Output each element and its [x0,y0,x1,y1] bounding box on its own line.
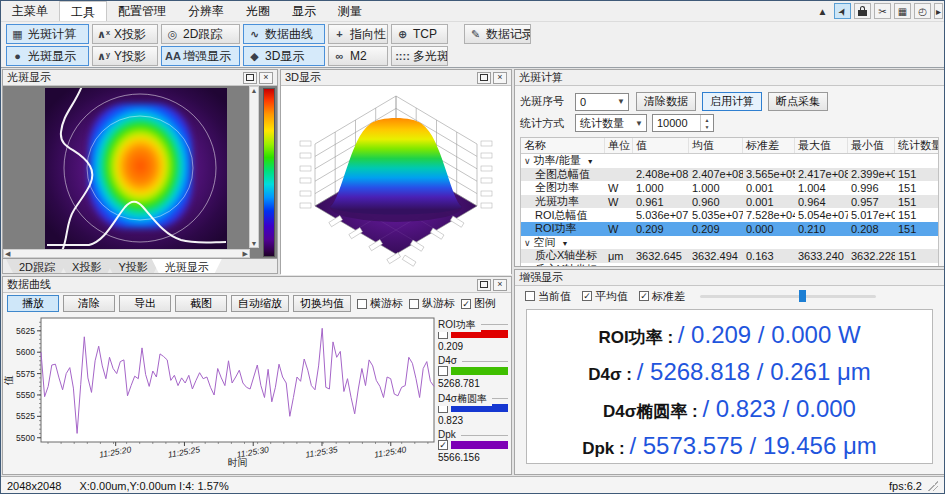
table-group-row[interactable]: ∨空间▼ [521,236,938,250]
toolbar-button-globe[interactable]: ⊕TCP [391,24,448,44]
lock-button[interactable] [854,3,871,19]
close-button[interactable]: × [493,279,507,291]
menu-item-2[interactable]: 工具 [59,1,107,21]
table-row[interactable]: 质心X轴坐标μm3632.6453632.4940.1633633.240363… [521,249,938,263]
scissors-button[interactable]: ✂ [874,3,891,19]
chevron-down-icon: ▼ [614,97,628,106]
beam-calc-panel: 光斑计算 光斑序号 0 ▼ 清除数据启用计算断点采集 统计方式 统计数量 ▼ [514,69,945,267]
curve-button-1[interactable]: 播放 [7,295,59,312]
horizontal-scrollbar[interactable]: ◀▶ [3,249,250,258]
legend-checkbox[interactable]: ✓ [438,440,448,450]
gauge-button[interactable]: ◴ [914,3,931,19]
toolbar-button-projection-y[interactable]: ∧ʸY投影 [92,46,158,66]
restore-button[interactable] [243,72,257,84]
close-button[interactable]: × [259,72,273,84]
curve-button-2[interactable]: 清除 [63,295,115,312]
curve-option-1-checkbox[interactable]: 横游标 [357,296,403,311]
slider-handle[interactable] [799,290,806,302]
toolbar-button-3d-display[interactable]: ◆3D显示 [243,46,325,66]
menu-item-4[interactable]: 分辨率 [177,1,235,21]
table-row[interactable]: 全图功率W1.0001.0000.0011.0040.996151 [521,181,938,195]
enhanced-option-1-checkbox[interactable]: 当前值 [525,289,571,304]
restore-button[interactable] [477,72,491,84]
beam-image[interactable] [45,88,227,251]
tab-3[interactable]: Y投影 [105,259,160,273]
resize-grip[interactable] [928,481,938,491]
check-icon: ✓ [583,291,591,301]
stat-count-spinner[interactable]: 10000 ▲▼ [652,114,714,132]
menu-item-1[interactable]: 主菜单 [1,1,59,21]
3d-viewport[interactable] [281,86,511,275]
enhanced-value-label: Dpk : [582,439,629,458]
menu-item-5[interactable]: 光圈 [235,1,281,21]
column-header[interactable]: 最小值 [848,138,895,153]
enhanced-option-2-checkbox[interactable]: ✓平均值 [582,289,628,304]
menu-item-3[interactable]: 配置管理 [107,1,177,21]
enhanced-option-3-checkbox[interactable]: ✓标准差 [639,289,685,304]
table-cell: 151 [895,196,939,208]
table-row[interactable]: 光斑功率W0.9610.9600.0010.9640.957151 [521,195,938,209]
curve-button-6[interactable]: 切换均值 [293,295,351,312]
column-header[interactable]: 最大值 [795,138,848,153]
curve-button-5[interactable]: 自动缩放 [231,295,289,312]
cursor-readout: X:0.00um,Y:0.00um I:4: 1.57% [79,480,228,492]
toolbar-button-beam-display[interactable]: ●光斑显示 [6,46,89,66]
column-header[interactable]: 均值 [689,138,743,153]
group-dropdown-icon[interactable]: ▼ [587,158,594,165]
spinner-arrows-icon[interactable]: ▲▼ [700,115,713,131]
table-row[interactable]: 质心Y轴坐标μm3291.6323291.2830.3473291.769328… [521,263,938,266]
toolbar-button-calculator[interactable]: ▦光斑计算 [6,24,89,44]
toolbar-button-m2[interactable]: ∞M2 [328,46,388,66]
calc-button-3[interactable]: 断点采集 [768,92,828,111]
close-button[interactable]: × [493,72,507,84]
enhanced-display-panel: 增强显示 当前值✓平均值✓标准差 ROI功率 : / 0.209 / 0.000… [514,269,945,475]
legend-checkbox[interactable] [438,366,448,376]
table-row[interactable]: ROI总幅值5.036e+075.035e+077.528e+045.054e+… [521,208,938,222]
toolbar-button-record[interactable]: ✎数据记录 [464,24,531,44]
group-collapse-icon[interactable]: ∨ [524,156,531,166]
close-icon: × [497,73,502,82]
calc-button-1[interactable]: 清除数据 [636,92,696,111]
curve-button-3[interactable]: 导出 [119,295,171,312]
toolbar-button-projection-x[interactable]: ∧ˣX投影 [92,24,158,44]
tab-4[interactable]: 光斑显示 [152,259,222,273]
tab-2[interactable]: X投影 [59,259,114,273]
x-tick-label: 11:25:25 [167,444,201,460]
column-header[interactable]: 单位 [605,138,633,153]
calc-button-2[interactable]: 启用计算 [702,92,762,111]
curve-option-3-checkbox[interactable]: ✓图例 [461,296,496,311]
table-row[interactable]: ROI功率W0.2090.2090.0000.2100.208151 [521,222,938,236]
toolbar-button-enhanced-display[interactable]: AA增强显示 [161,46,240,66]
overflow-button[interactable]: ▸ [934,3,943,19]
curve-option-2-checkbox[interactable]: 纵游标 [409,296,455,311]
vertical-scrollbar[interactable]: ▲▼ [249,86,259,248]
toolbar-button-data-curve[interactable]: ∿数据曲线 [243,24,325,44]
table-group-row[interactable]: ∨功率/能量▼ [521,154,938,168]
menu-item-6[interactable]: 显示 [281,1,327,21]
toolbar-button-pointing[interactable]: +指向性 [328,24,388,44]
std-dev-slider[interactable] [700,289,876,303]
beam-seq-select[interactable]: 0 ▼ [575,93,629,111]
group-dropdown-icon[interactable]: ▼ [562,240,569,247]
curve-button-4[interactable]: 截图 [175,295,227,312]
resolution-readout: 2048x2048 [7,480,61,492]
collapse-button[interactable]: ▲ [814,3,831,19]
pin-button[interactable]: ➤ [834,3,851,19]
stat-mode-select[interactable]: 统计数量 ▼ [575,114,647,132]
table-row[interactable]: 全图总幅值2.408e+082.407e+083.565e+052.417e+0… [521,168,938,182]
calc-body: 光斑序号 0 ▼ 清除数据启用计算断点采集 统计方式 统计数量 ▼ 10000 [515,86,944,266]
column-header[interactable]: 统计数量 [895,138,939,153]
group-collapse-icon[interactable]: ∨ [524,238,531,248]
restore-button[interactable] [477,279,491,291]
legend-item-label: ROI功率 [438,318,481,332]
menu-item-7[interactable]: 测量 [327,1,373,21]
column-header[interactable]: 值 [633,138,689,153]
tab-1[interactable]: 2D跟踪 [6,259,68,273]
toolbar-button-tracking[interactable]: ◎2D跟踪 [161,24,240,44]
column-header[interactable]: 标准差 [743,138,795,153]
panel-titlebar: 数据曲线 × [3,277,511,293]
toolbar-button-multi-spot[interactable]: ::::多光斑 [391,46,448,66]
save-button[interactable]: ▦ [894,3,911,19]
column-header[interactable]: 名称 [521,138,605,153]
trend-chart[interactable]: 55005525555055755600562511:25:2011:25:25… [3,314,437,474]
